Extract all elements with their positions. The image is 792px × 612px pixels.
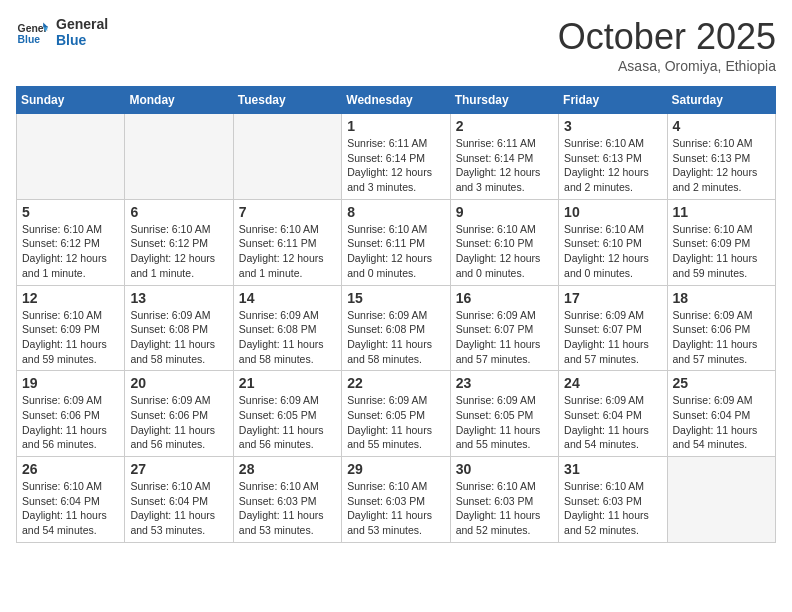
calendar-day — [233, 114, 341, 200]
day-number: 4 — [673, 118, 770, 134]
calendar-day: 11Sunrise: 6:10 AM Sunset: 6:09 PM Dayli… — [667, 199, 775, 285]
calendar-day: 7Sunrise: 6:10 AM Sunset: 6:11 PM Daylig… — [233, 199, 341, 285]
day-info: Sunrise: 6:10 AM Sunset: 6:10 PM Dayligh… — [456, 222, 553, 281]
weekday-header-thursday: Thursday — [450, 87, 558, 114]
day-info: Sunrise: 6:09 AM Sunset: 6:05 PM Dayligh… — [347, 393, 444, 452]
day-number: 8 — [347, 204, 444, 220]
calendar-day: 30Sunrise: 6:10 AM Sunset: 6:03 PM Dayli… — [450, 457, 558, 543]
page-header: General Blue General Blue October 2025 A… — [16, 16, 776, 74]
day-info: Sunrise: 6:09 AM Sunset: 6:08 PM Dayligh… — [239, 308, 336, 367]
day-number: 12 — [22, 290, 119, 306]
calendar-day: 23Sunrise: 6:09 AM Sunset: 6:05 PM Dayli… — [450, 371, 558, 457]
week-row-4: 19Sunrise: 6:09 AM Sunset: 6:06 PM Dayli… — [17, 371, 776, 457]
calendar-day: 16Sunrise: 6:09 AM Sunset: 6:07 PM Dayli… — [450, 285, 558, 371]
day-info: Sunrise: 6:10 AM Sunset: 6:13 PM Dayligh… — [564, 136, 661, 195]
day-info: Sunrise: 6:09 AM Sunset: 6:07 PM Dayligh… — [564, 308, 661, 367]
day-number: 13 — [130, 290, 227, 306]
day-number: 3 — [564, 118, 661, 134]
calendar-day: 21Sunrise: 6:09 AM Sunset: 6:05 PM Dayli… — [233, 371, 341, 457]
day-number: 2 — [456, 118, 553, 134]
weekday-header-friday: Friday — [559, 87, 667, 114]
day-number: 19 — [22, 375, 119, 391]
calendar-day: 4Sunrise: 6:10 AM Sunset: 6:13 PM Daylig… — [667, 114, 775, 200]
day-info: Sunrise: 6:10 AM Sunset: 6:13 PM Dayligh… — [673, 136, 770, 195]
day-number: 18 — [673, 290, 770, 306]
day-number: 25 — [673, 375, 770, 391]
weekday-header-sunday: Sunday — [17, 87, 125, 114]
week-row-1: 1Sunrise: 6:11 AM Sunset: 6:14 PM Daylig… — [17, 114, 776, 200]
calendar-day: 18Sunrise: 6:09 AM Sunset: 6:06 PM Dayli… — [667, 285, 775, 371]
day-number: 9 — [456, 204, 553, 220]
week-row-5: 26Sunrise: 6:10 AM Sunset: 6:04 PM Dayli… — [17, 457, 776, 543]
day-info: Sunrise: 6:09 AM Sunset: 6:05 PM Dayligh… — [239, 393, 336, 452]
calendar-day: 5Sunrise: 6:10 AM Sunset: 6:12 PM Daylig… — [17, 199, 125, 285]
day-info: Sunrise: 6:09 AM Sunset: 6:06 PM Dayligh… — [673, 308, 770, 367]
calendar-day — [125, 114, 233, 200]
calendar-day: 8Sunrise: 6:10 AM Sunset: 6:11 PM Daylig… — [342, 199, 450, 285]
calendar-day: 28Sunrise: 6:10 AM Sunset: 6:03 PM Dayli… — [233, 457, 341, 543]
calendar-day: 25Sunrise: 6:09 AM Sunset: 6:04 PM Dayli… — [667, 371, 775, 457]
day-number: 28 — [239, 461, 336, 477]
calendar-day: 24Sunrise: 6:09 AM Sunset: 6:04 PM Dayli… — [559, 371, 667, 457]
weekday-header-saturday: Saturday — [667, 87, 775, 114]
week-row-2: 5Sunrise: 6:10 AM Sunset: 6:12 PM Daylig… — [17, 199, 776, 285]
weekday-header-monday: Monday — [125, 87, 233, 114]
logo-icon: General Blue — [16, 16, 48, 48]
day-info: Sunrise: 6:10 AM Sunset: 6:03 PM Dayligh… — [239, 479, 336, 538]
day-info: Sunrise: 6:10 AM Sunset: 6:12 PM Dayligh… — [130, 222, 227, 281]
day-number: 21 — [239, 375, 336, 391]
calendar-day: 19Sunrise: 6:09 AM Sunset: 6:06 PM Dayli… — [17, 371, 125, 457]
day-number: 11 — [673, 204, 770, 220]
day-number: 24 — [564, 375, 661, 391]
day-number: 23 — [456, 375, 553, 391]
calendar-day: 27Sunrise: 6:10 AM Sunset: 6:04 PM Dayli… — [125, 457, 233, 543]
day-number: 17 — [564, 290, 661, 306]
day-info: Sunrise: 6:11 AM Sunset: 6:14 PM Dayligh… — [347, 136, 444, 195]
day-info: Sunrise: 6:10 AM Sunset: 6:11 PM Dayligh… — [239, 222, 336, 281]
day-info: Sunrise: 6:09 AM Sunset: 6:07 PM Dayligh… — [456, 308, 553, 367]
logo: General Blue General Blue — [16, 16, 108, 48]
weekday-header-wednesday: Wednesday — [342, 87, 450, 114]
day-info: Sunrise: 6:09 AM Sunset: 6:08 PM Dayligh… — [130, 308, 227, 367]
day-info: Sunrise: 6:10 AM Sunset: 6:03 PM Dayligh… — [564, 479, 661, 538]
day-number: 10 — [564, 204, 661, 220]
calendar-day — [667, 457, 775, 543]
day-info: Sunrise: 6:10 AM Sunset: 6:12 PM Dayligh… — [22, 222, 119, 281]
day-info: Sunrise: 6:10 AM Sunset: 6:03 PM Dayligh… — [456, 479, 553, 538]
calendar-day: 31Sunrise: 6:10 AM Sunset: 6:03 PM Dayli… — [559, 457, 667, 543]
day-info: Sunrise: 6:09 AM Sunset: 6:08 PM Dayligh… — [347, 308, 444, 367]
calendar-day: 2Sunrise: 6:11 AM Sunset: 6:14 PM Daylig… — [450, 114, 558, 200]
day-info: Sunrise: 6:10 AM Sunset: 6:04 PM Dayligh… — [22, 479, 119, 538]
week-row-3: 12Sunrise: 6:10 AM Sunset: 6:09 PM Dayli… — [17, 285, 776, 371]
day-info: Sunrise: 6:10 AM Sunset: 6:09 PM Dayligh… — [673, 222, 770, 281]
weekday-header-tuesday: Tuesday — [233, 87, 341, 114]
day-info: Sunrise: 6:10 AM Sunset: 6:11 PM Dayligh… — [347, 222, 444, 281]
calendar-day: 17Sunrise: 6:09 AM Sunset: 6:07 PM Dayli… — [559, 285, 667, 371]
calendar-day: 12Sunrise: 6:10 AM Sunset: 6:09 PM Dayli… — [17, 285, 125, 371]
calendar-day: 22Sunrise: 6:09 AM Sunset: 6:05 PM Dayli… — [342, 371, 450, 457]
title-block: October 2025 Asasa, Oromiya, Ethiopia — [558, 16, 776, 74]
month-title: October 2025 — [558, 16, 776, 58]
day-number: 30 — [456, 461, 553, 477]
day-info: Sunrise: 6:09 AM Sunset: 6:04 PM Dayligh… — [673, 393, 770, 452]
day-info: Sunrise: 6:10 AM Sunset: 6:03 PM Dayligh… — [347, 479, 444, 538]
calendar-table: SundayMondayTuesdayWednesdayThursdayFrid… — [16, 86, 776, 543]
day-info: Sunrise: 6:10 AM Sunset: 6:09 PM Dayligh… — [22, 308, 119, 367]
day-number: 29 — [347, 461, 444, 477]
day-number: 1 — [347, 118, 444, 134]
calendar-day: 20Sunrise: 6:09 AM Sunset: 6:06 PM Dayli… — [125, 371, 233, 457]
day-info: Sunrise: 6:09 AM Sunset: 6:06 PM Dayligh… — [130, 393, 227, 452]
svg-text:Blue: Blue — [18, 34, 41, 45]
day-number: 15 — [347, 290, 444, 306]
logo-text-general: General — [56, 16, 108, 32]
calendar-day: 14Sunrise: 6:09 AM Sunset: 6:08 PM Dayli… — [233, 285, 341, 371]
day-number: 31 — [564, 461, 661, 477]
day-number: 6 — [130, 204, 227, 220]
day-number: 7 — [239, 204, 336, 220]
day-info: Sunrise: 6:09 AM Sunset: 6:06 PM Dayligh… — [22, 393, 119, 452]
logo-text-blue: Blue — [56, 32, 108, 48]
day-number: 14 — [239, 290, 336, 306]
day-number: 27 — [130, 461, 227, 477]
day-number: 5 — [22, 204, 119, 220]
calendar-day: 6Sunrise: 6:10 AM Sunset: 6:12 PM Daylig… — [125, 199, 233, 285]
